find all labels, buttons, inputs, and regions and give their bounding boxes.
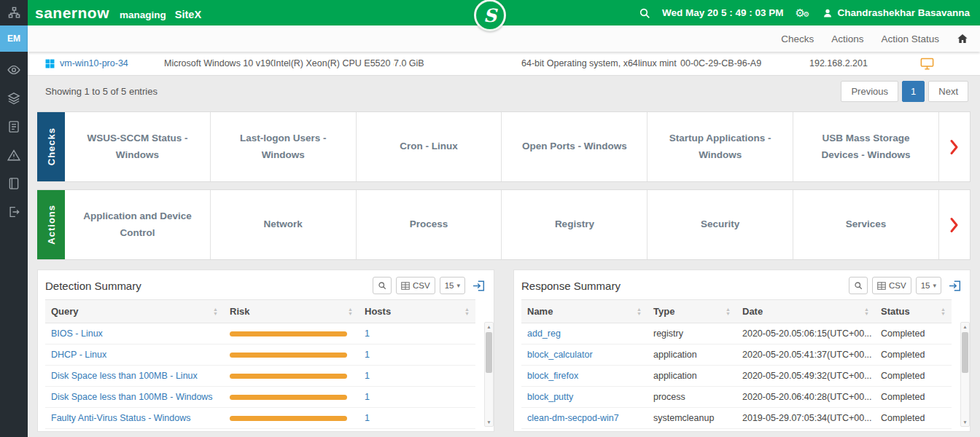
response-date: 2020-05-20.05:49:32(UTC+00... xyxy=(736,366,875,387)
table-grid-icon xyxy=(401,282,410,290)
actions-scroll-right-button[interactable] xyxy=(939,190,970,259)
search-icon xyxy=(854,281,863,290)
table-row: block_calculator application 2020-05-20.… xyxy=(521,345,952,366)
book-icon[interactable] xyxy=(7,177,20,190)
table-row: BIOS - Linux 1 xyxy=(45,323,475,345)
remote-monitor-icon[interactable] xyxy=(920,58,934,70)
detection-table: Query▲▼ Risk▲▼ Hosts▲▼ BIOS - Linux 1 xyxy=(45,299,475,429)
hosts-link[interactable]: 1 xyxy=(365,350,370,360)
detection-export-button[interactable] xyxy=(471,277,486,294)
top-bar: sanernow managing SiteX S Wed May 20 5 :… xyxy=(0,0,980,25)
response-type: registry xyxy=(648,323,736,345)
sitemap-menu-button[interactable] xyxy=(0,0,28,25)
actions-band-label: Actions xyxy=(37,190,65,259)
check-card[interactable]: WSUS-SCCM Status - Windows xyxy=(65,112,211,181)
column-header-date[interactable]: Date▲▼ xyxy=(736,300,875,323)
visibility-eye-icon[interactable] xyxy=(7,63,20,76)
sanernow-logo-mark: S xyxy=(474,0,506,31)
action-card[interactable]: Services xyxy=(793,190,939,259)
action-card[interactable]: Registry xyxy=(502,190,648,259)
response-status: Completed xyxy=(875,366,952,387)
response-type: application xyxy=(648,345,736,366)
user-menu[interactable]: Chandrashekhar Basavanna xyxy=(822,7,970,18)
query-link[interactable]: DHCP - Linux xyxy=(51,350,106,360)
detection-search-button[interactable] xyxy=(373,277,392,294)
scroll-down-icon[interactable]: ▼ xyxy=(485,418,493,426)
site-name[interactable]: SiteX xyxy=(175,9,201,20)
scrollbar-thumb[interactable] xyxy=(486,332,492,373)
tab-action-status[interactable]: Action Status xyxy=(881,34,939,44)
layers-icon[interactable] xyxy=(7,92,20,105)
device-arch: 64-bit Operating system, x64 -... xyxy=(521,58,638,68)
query-link[interactable]: BIOS - Linux xyxy=(51,328,103,339)
settings-gears-icon[interactable]: ⚙ ⚙ xyxy=(795,6,811,20)
column-header-hosts[interactable]: Hosts▲▼ xyxy=(359,300,475,323)
scroll-up-icon[interactable]: ▲ xyxy=(485,323,493,331)
chevron-right-icon xyxy=(949,217,959,233)
detection-scrollbar[interactable]: ▲ ▼ xyxy=(484,322,494,427)
action-card[interactable]: Process xyxy=(357,190,502,259)
hosts-link[interactable]: 1 xyxy=(365,328,370,339)
table-row: add_reg registry 2020-05-20.05:06:15(UTC… xyxy=(521,323,952,345)
check-card[interactable]: Open Ports - Windows xyxy=(502,112,648,181)
device-name-link[interactable]: vm-win10-pro-34 xyxy=(60,58,128,68)
column-header-status[interactable]: Status▲▼ xyxy=(875,300,952,323)
query-link[interactable]: Disk Space less than 100MB - Windows xyxy=(51,392,213,402)
detection-page-size-select[interactable]: 15 ▾ xyxy=(440,277,465,294)
response-name-link[interactable]: block_putty xyxy=(527,392,573,402)
response-name-link[interactable]: block_firefox xyxy=(527,371,578,381)
action-card[interactable]: Network xyxy=(211,190,357,259)
response-type: process xyxy=(648,387,736,408)
column-header-query[interactable]: Query▲▼ xyxy=(45,300,224,323)
scroll-up-icon[interactable]: ▲ xyxy=(961,323,969,331)
column-header-risk[interactable]: Risk▲▼ xyxy=(224,300,359,323)
response-csv-button[interactable]: CSV xyxy=(872,277,911,294)
action-card[interactable]: Application and Device Control xyxy=(65,190,211,259)
table-row: DHCP - Linux 1 xyxy=(45,345,475,366)
response-type: application xyxy=(648,366,736,387)
scrollbar-thumb[interactable] xyxy=(962,332,968,373)
sidebar: EM xyxy=(0,25,28,437)
action-card[interactable]: Security xyxy=(648,190,793,259)
logout-icon[interactable] xyxy=(7,205,20,219)
hosts-link[interactable]: 1 xyxy=(365,413,370,423)
query-link[interactable]: Disk Space less than 100MB - Linux xyxy=(51,371,198,381)
alert-triangle-icon[interactable] xyxy=(7,149,20,162)
response-name-link[interactable]: clean-dm-secpod-win7 xyxy=(527,413,619,423)
response-date: 2020-05-20.05:06:15(UTC+00... xyxy=(736,323,875,345)
column-header-type[interactable]: Type▲▼ xyxy=(648,300,736,323)
response-name-link[interactable]: block_calculator xyxy=(527,350,593,360)
check-card[interactable]: Last-logon Users - Windows xyxy=(211,112,357,181)
sort-icon: ▲▼ xyxy=(213,307,218,316)
column-header-name[interactable]: Name▲▼ xyxy=(521,300,648,323)
query-link[interactable]: Faulty Anti-Virus Status - Windows xyxy=(51,413,191,423)
response-name-link[interactable]: add_reg xyxy=(527,328,561,339)
check-card[interactable]: Cron - Linux xyxy=(357,112,502,181)
report-list-icon[interactable] xyxy=(7,120,20,133)
response-page-size-select[interactable]: 15 ▾ xyxy=(916,277,941,294)
next-page-button[interactable]: Next xyxy=(928,81,968,102)
home-icon[interactable] xyxy=(957,33,968,44)
response-export-button[interactable] xyxy=(947,277,962,294)
check-card[interactable]: Startup Applications - Windows xyxy=(648,112,793,181)
hosts-link[interactable]: 1 xyxy=(365,371,370,381)
checks-band-label: Checks xyxy=(37,112,65,181)
device-ip: 192.168.2.201 xyxy=(809,58,920,68)
detection-csv-button[interactable]: CSV xyxy=(396,277,435,294)
response-type: systemcleanup xyxy=(648,408,736,429)
tab-actions[interactable]: Actions xyxy=(831,34,863,44)
page-1-button[interactable]: 1 xyxy=(902,81,925,102)
check-card[interactable]: USB Mass Storage Devices - Windows xyxy=(793,112,939,181)
previous-page-button[interactable]: Previous xyxy=(841,81,898,102)
table-row: clean-dm-secpod-win7 systemcleanup 2019-… xyxy=(521,408,952,429)
checks-scroll-right-button[interactable] xyxy=(939,112,970,181)
scroll-down-icon[interactable]: ▼ xyxy=(961,418,969,426)
response-search-button[interactable] xyxy=(849,277,868,294)
search-icon[interactable] xyxy=(639,7,650,19)
tab-checks[interactable]: Checks xyxy=(781,34,814,44)
hosts-link[interactable]: 1 xyxy=(365,392,370,402)
em-module-badge[interactable]: EM xyxy=(0,25,28,52)
user-name: Chandrashekhar Basavanna xyxy=(837,7,970,18)
response-date: 2020-05-20.06:40:28(UTC+00... xyxy=(736,387,875,408)
response-scrollbar[interactable]: ▲ ▼ xyxy=(960,322,970,427)
